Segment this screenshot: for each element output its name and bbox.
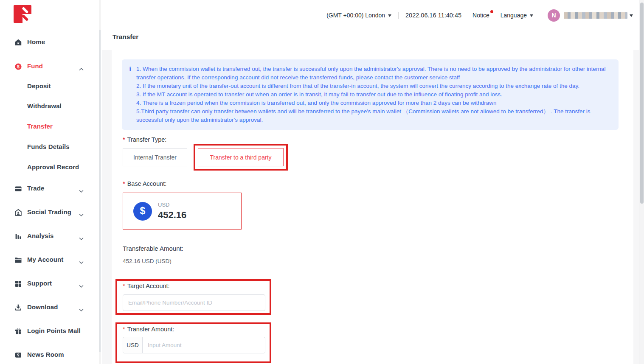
sidebar-item-label: Support [27,280,52,287]
page-scrollbar-track [639,0,644,364]
home-icon [14,39,22,46]
svg-text:$: $ [17,64,20,69]
topbar: (GMT +00:00) London 2022.06.16 11:40:45 … [326,0,633,31]
sidebar-item-approval-record[interactable]: Approval Record [0,159,100,176]
transferable-amount-value: 452.16 USD (USD) [123,258,172,264]
timezone-label: (GMT +00:00) London [326,12,385,19]
sidebar-item-home[interactable]: Home [0,34,100,51]
sidebar-item-analysis[interactable]: Analysis [0,228,100,245]
dollar-coin-icon: $ [133,202,152,221]
target-account-input[interactable] [123,294,265,311]
trade-icon [14,185,22,193]
sidebar-item-news-room[interactable]: News Room [0,347,100,364]
page-title: Transfer [112,33,138,41]
chevron-down-icon [79,187,84,190]
sidebar-item-trade[interactable]: Trade [0,180,100,197]
required-mark: * [123,136,125,143]
transfer-panel: i 1. When the commission wallet is trans… [112,50,633,364]
required-mark: * [123,180,125,187]
notice-box: i 1. When the commission wallet is trans… [122,59,619,130]
sidebar-item-label: News Room [27,351,64,358]
transfer-type-label: *Transfer Type: [123,136,166,143]
notice-button[interactable]: Notice [472,12,489,19]
sidebar-item-label: Fund [27,62,43,70]
notice-lines: 1. When the commission wallet is transfe… [136,65,611,124]
chevron-down-icon [79,235,84,238]
account-icon [14,256,22,264]
main-header: (GMT +00:00) London 2022.06.16 11:40:45 … [102,0,644,50]
notice-line: 4. There is a frozen period when the com… [136,99,611,107]
social-icon [14,209,22,216]
sidebar-item-funds-details[interactable]: Funds Details [0,139,100,156]
notice-line: 5.Third party transfer can only transfer… [136,107,611,124]
third-party-transfer-button[interactable]: Transfer to a third party [198,148,284,166]
required-mark: * [123,283,125,289]
support-icon [14,280,22,288]
notice-line: 1. When the commission wallet is transfe… [136,65,611,82]
info-icon: i [129,66,136,124]
user-menu[interactable]: N [548,9,633,22]
chevron-down-icon [79,282,84,286]
required-mark: * [123,326,125,333]
analysis-icon [14,232,22,240]
notice-line: 3. If the MT account is operated to tran… [136,90,611,99]
topbar-divider [398,12,399,19]
chevron-down-icon [630,14,633,19]
sidebar-scrollbar-thumb[interactable] [99,30,101,352]
sidebar-item-label: Social Trading [27,208,71,216]
sidebar-item-fund[interactable]: $Fund [0,58,100,75]
sidebar-item-label: Transfer [27,123,53,130]
sidebar-item-deposit[interactable]: Deposit [0,78,100,95]
sidebar-item-download[interactable]: Download [0,299,100,316]
sidebar-item-label: Deposit [27,82,51,90]
sidebar-item-label: Approval Record [27,163,79,171]
fund-icon: $ [14,63,22,70]
page-scrollbar-thumb[interactable] [640,3,644,204]
base-account-currency: USD [158,202,186,208]
chevron-up-icon [79,65,84,68]
sidebar-item-withdrawal[interactable]: Withdrawal [0,98,100,115]
sidebar-item-label: Login Points Mall [27,327,81,334]
gift-icon [14,328,22,335]
internal-transfer-button[interactable]: Internal Transfer [123,148,187,166]
redacted-username [564,12,627,19]
base-account-label: *Base Account: [123,180,166,187]
transferable-amount-label: Transferable Amount: [123,245,183,252]
transfer-amount-group: USD [123,337,265,353]
server-datetime: 2022.06.16 11:40:45 [405,12,461,19]
logo-slash-top [22,7,29,14]
sidebar-item-label: My Account [27,256,63,263]
language-selector[interactable]: Language [501,12,533,19]
notice-badge-dot [490,10,493,13]
language-label: Language [501,12,527,19]
target-account-label: *Target Account: [123,283,170,289]
sidebar-item-my-account[interactable]: My Account [0,252,100,269]
sidebar-item-login-points-mall[interactable]: Login Points Mall [0,323,100,340]
brand-logo[interactable] [14,5,31,23]
sidebar-item-label: Home [27,38,45,45]
timezone-selector[interactable]: (GMT +00:00) London [326,12,391,19]
currency-prefix: USD [123,337,143,353]
sidebar-item-support[interactable]: Support [0,275,100,292]
sidebar-item-transfer[interactable]: Transfer [0,118,100,135]
news-icon [14,351,22,359]
sidebar-item-label: Withdrawal [27,102,62,109]
notice-line: 2. If the monetary unit of the transfer-… [136,82,611,90]
transfer-amount-input[interactable] [143,337,265,353]
chevron-down-icon [79,258,84,262]
notice-label: Notice [472,12,489,19]
sidebar-item-label: Funds Details [27,143,70,150]
sidebar-item-label: Download [27,303,58,311]
chevron-down-icon [79,211,84,214]
sidebar-item-label: Trade [27,185,45,192]
chevron-down-icon [388,14,391,19]
download-icon [14,304,22,311]
sidebar-item-label: Analysis [27,232,54,239]
transfer-amount-label: *Transfer Amount: [123,326,174,333]
avatar: N [548,9,560,22]
sidebar-item-social-trading[interactable]: Social Trading [0,204,100,221]
sidebar: Home$FundDepositWithdrawalTransferFunds … [0,0,102,364]
chevron-down-icon [530,14,533,19]
base-account-card[interactable]: $ USD 452.16 [123,193,242,230]
chevron-down-icon [79,306,84,309]
